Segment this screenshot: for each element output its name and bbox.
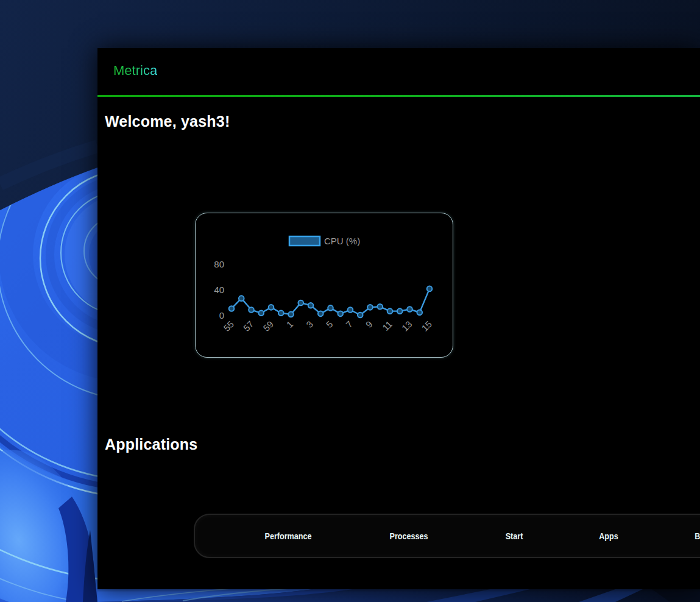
bottom-nav-bar: Performance Processes Start Apps Battery [194, 514, 700, 558]
svg-text:0: 0 [219, 310, 224, 320]
svg-text:7: 7 [344, 319, 355, 330]
welcome-heading: Welcome, yash3! [105, 113, 230, 130]
header-divider [97, 95, 700, 97]
app-title: Metrica [113, 63, 157, 79]
svg-text:1: 1 [285, 319, 295, 330]
cpu-line-chart: CPU (%)0408055575913579111315 [196, 213, 453, 357]
nav-item-start[interactable]: Start [506, 531, 523, 541]
svg-text:3: 3 [304, 319, 315, 330]
nav-item-performance[interactable]: Performance [264, 531, 311, 541]
svg-text:59: 59 [261, 319, 275, 333]
svg-text:80: 80 [214, 259, 224, 269]
applications-heading: Applications [105, 436, 197, 453]
svg-text:13: 13 [400, 319, 414, 333]
nav-item-apps[interactable]: Apps [599, 531, 618, 541]
svg-text:40: 40 [214, 285, 224, 295]
svg-text:57: 57 [241, 319, 256, 333]
svg-text:15: 15 [419, 319, 434, 333]
svg-text:11: 11 [380, 319, 394, 333]
metrica-window: Metrica Welcome, yash3! CPU (%)040805557… [97, 48, 700, 589]
nav-item-processes[interactable]: Processes [389, 531, 428, 541]
svg-text:9: 9 [364, 319, 375, 330]
cpu-chart-card: CPU (%)0408055575913579111315 [195, 213, 453, 358]
svg-text:5: 5 [324, 319, 335, 330]
nav-item-battery[interactable]: Battery [695, 531, 700, 541]
svg-text:CPU (%): CPU (%) [324, 236, 360, 246]
app-header: Metrica [97, 48, 700, 95]
svg-text:55: 55 [221, 319, 236, 333]
